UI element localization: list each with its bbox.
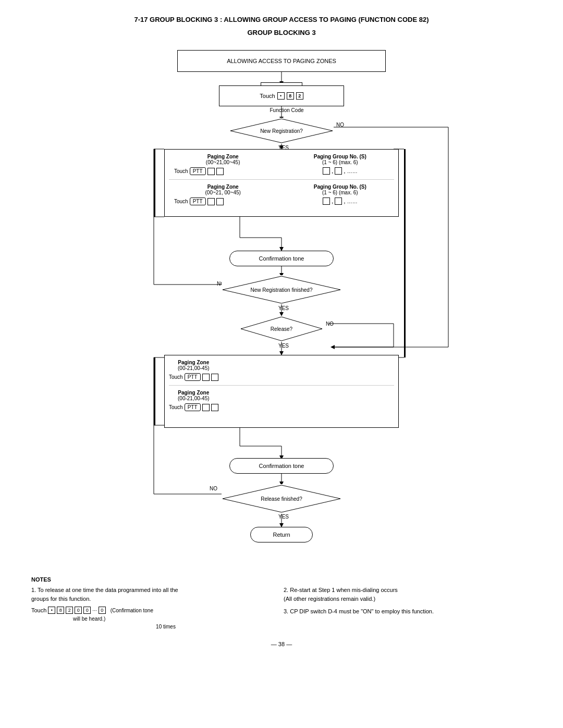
no-label-1: NO	[336, 122, 344, 128]
confirmation-tone-1: Confirmation tone	[229, 251, 334, 266]
sub-title: GROUP BLOCKING 3	[21, 29, 542, 36]
svg-rect-12	[154, 149, 155, 217]
function-code-area: Touch • 8 2	[219, 85, 344, 106]
note-2: 2. Re-start at Step 1 when mis-dialing o…	[284, 586, 532, 603]
page-number: — 38 —	[21, 641, 542, 647]
yes-label-4: YES	[278, 514, 289, 520]
new-registration-diamond: New Registration?	[229, 118, 334, 144]
notes-section: NOTES 1. To release at one time the data…	[21, 576, 542, 631]
yes-label-2: YES	[278, 305, 289, 311]
return-box: Return	[250, 527, 313, 542]
release-diamond: Release?	[240, 316, 323, 342]
notes-title: NOTES	[31, 576, 532, 583]
paging-entry-2: Paging Zone (00-21,00-45) Touch PTT Pagi…	[164, 355, 399, 428]
no-label-4: NO	[210, 486, 217, 491]
note-1: 1. To release at one time the data progr…	[31, 586, 279, 631]
svg-marker-11	[331, 345, 335, 349]
paging-entry-1: Paging Zone (00~21,00~45) Touch PTT Pagi…	[164, 149, 399, 217]
yes-label-3: YES	[278, 343, 289, 349]
function-code-label: Function Code	[266, 107, 308, 113]
new-registration-finished-diamond: New Registration finished?	[222, 275, 341, 304]
no-label-3: NO	[326, 321, 334, 327]
confirmation-tone-2: Confirmation tone	[229, 458, 334, 474]
main-title: 7-17 GROUP BLOCKING 3 : ALLOWING GROUP A…	[21, 16, 542, 23]
svg-rect-43	[404, 149, 406, 357]
top-box: ALLOWING ACCESS TO PAGING ZONES	[177, 50, 386, 72]
svg-rect-30	[154, 357, 155, 425]
note-3: 3. CP DIP switch D-4 must be "ON" to emp…	[284, 607, 532, 616]
release-finished-diamond: Release finished?	[222, 484, 341, 513]
